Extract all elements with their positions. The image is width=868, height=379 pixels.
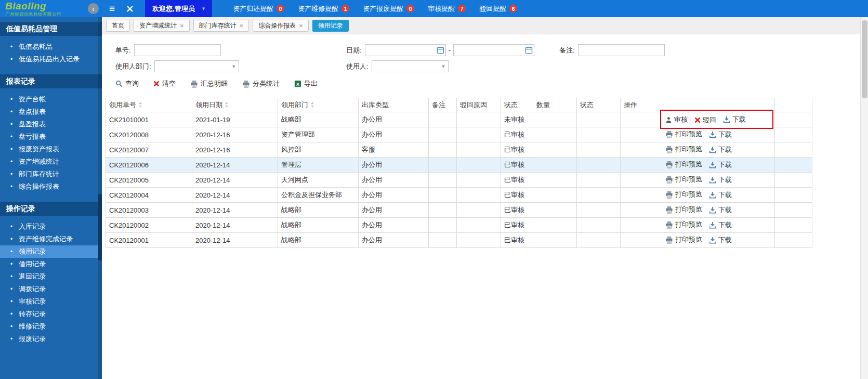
- printer-icon: [242, 80, 250, 88]
- sidebar-item[interactable]: 资产台帐: [0, 93, 102, 106]
- toolbar-button[interactable]: 查询: [115, 79, 139, 88]
- sidebar-item[interactable]: 维修记录: [0, 320, 102, 333]
- tab-item[interactable]: 首页: [106, 20, 130, 32]
- print-button[interactable]: 打印预览: [665, 129, 702, 139]
- user-select[interactable]: ▾: [372, 60, 449, 72]
- welcome-user-dropdown[interactable]: 欢迎您,管理员 ▾: [145, 0, 212, 17]
- sidebar-item[interactable]: 盘盈报表: [0, 118, 102, 130]
- toolbar-button[interactable]: 汇总明细: [190, 79, 228, 88]
- print-button[interactable]: 打印预览: [665, 175, 702, 184]
- sidebar-scrollbar-thumb[interactable]: [98, 194, 102, 260]
- tab-close-icon[interactable]: ×: [180, 22, 184, 30]
- tab-item[interactable]: 领用记录: [312, 20, 349, 32]
- sidebar-item[interactable]: 报废记录: [0, 333, 102, 345]
- download-button[interactable]: 下载: [709, 130, 732, 139]
- order-no-input[interactable]: [134, 44, 221, 56]
- sidebar-item[interactable]: 入库记录: [0, 220, 102, 233]
- sidebar-item[interactable]: 报废资产报表: [0, 143, 102, 155]
- print-button[interactable]: 打印预览: [665, 205, 702, 214]
- sort-icon[interactable]: [310, 101, 314, 109]
- remark-input[interactable]: [578, 44, 665, 56]
- date-from-input[interactable]: [365, 44, 446, 56]
- user-dept-select[interactable]: ▾: [154, 60, 239, 72]
- sidebar-item[interactable]: 资产增减统计: [0, 155, 102, 168]
- date-to-input[interactable]: [453, 44, 534, 56]
- cell-out-type: 办公用: [359, 203, 429, 218]
- download-icon: [709, 176, 716, 184]
- sidebar-item[interactable]: 盘点报表: [0, 106, 102, 118]
- cell-reject-reason: [457, 142, 501, 158]
- sidebar-item[interactable]: 低值易耗品出入记录: [0, 53, 102, 66]
- logo-subtitle: 广州标领信息科技有限公司: [5, 12, 86, 17]
- table-row[interactable]: CK201200062020-12-14管理层办公用已审核打印预览下载: [106, 158, 812, 173]
- column-header[interactable]: 领用部门: [278, 98, 359, 112]
- sort-icon[interactable]: [225, 101, 229, 109]
- audit-button[interactable]: 审核: [665, 115, 688, 124]
- close-icon[interactable]: [126, 5, 134, 12]
- download-button[interactable]: 下载: [709, 145, 732, 154]
- print-button[interactable]: 打印预览: [665, 145, 702, 154]
- topbar-menu-item[interactable]: 审核提醒7: [428, 4, 466, 14]
- calendar-icon[interactable]: [437, 46, 444, 54]
- table-row[interactable]: CK201200042020-12-14公积金及担保业务部办公用已审核打印预览下…: [106, 188, 812, 203]
- download-button[interactable]: 下载: [709, 236, 732, 245]
- sidebar-item[interactable]: 资产维修完成记录: [0, 233, 102, 245]
- sidebar-scrollbar[interactable]: [98, 17, 102, 379]
- topbar-menu-item[interactable]: 资产报废提醒0: [363, 4, 414, 14]
- sidebar-item[interactable]: 借用记录: [0, 258, 102, 270]
- table-row[interactable]: CK201200032020-12-14战略部办公用已审核打印预览下载: [106, 203, 812, 218]
- column-header-label: 操作: [624, 101, 637, 109]
- cell-order-no: CK20120002: [106, 218, 192, 233]
- sidebar-item[interactable]: 调拨记录: [0, 283, 102, 295]
- download-button[interactable]: 下载: [709, 160, 732, 169]
- collapse-sidebar-button[interactable]: ‹: [88, 3, 99, 14]
- table-row[interactable]: CK201200022020-12-14战略部办公用已审核打印预览下载: [106, 218, 812, 233]
- tab-item[interactable]: 资产增减统计×: [134, 20, 190, 32]
- sidebar-item[interactable]: 综合操作报表: [0, 180, 102, 193]
- print-button[interactable]: 打印预览: [665, 190, 702, 199]
- table-row[interactable]: CK201200082020-12-16资产管理部办公用已审核打印预览下载: [106, 127, 812, 142]
- topbar-menu-item[interactable]: 资产归还提醒0: [233, 4, 284, 14]
- toolbar-button[interactable]: 分类统计: [242, 79, 280, 88]
- sidebar-item[interactable]: 审核记录: [0, 295, 102, 308]
- download-button[interactable]: 下载: [723, 115, 746, 124]
- sidebar-item[interactable]: 领用记录: [0, 245, 102, 258]
- download-button[interactable]: 下载: [709, 175, 732, 185]
- sidebar-item[interactable]: 部门库存统计: [0, 168, 102, 180]
- table-row[interactable]: CK201200012020-12-14战略部办公用已审核打印预览下载: [106, 233, 812, 248]
- reject-button[interactable]: 驳回: [694, 115, 716, 125]
- sidebar-item[interactable]: 盘亏报表: [0, 130, 102, 143]
- table-row[interactable]: CK201200052020-12-14天河网点办公用已审核打印预览下载: [106, 173, 812, 188]
- topbar-menu-item[interactable]: 驳回提醒6: [479, 4, 517, 14]
- cell-remark: [429, 173, 457, 188]
- download-button[interactable]: 下载: [709, 205, 732, 215]
- sidebar-item[interactable]: 低值易耗品: [0, 41, 102, 53]
- table-row[interactable]: CK201200072020-12-16风控部客服已审核打印预览下载: [106, 142, 812, 158]
- download-button[interactable]: 下载: [709, 190, 732, 200]
- topbar-menu-item[interactable]: 资产维修提醒1: [298, 4, 349, 14]
- table-row[interactable]: CK210100012021-01-19战略部办公用未审核审核驳回下载: [106, 112, 812, 127]
- cell-reject-reason: [457, 233, 501, 248]
- topbar-menu-label: 资产报废提醒: [363, 4, 403, 14]
- tab-item[interactable]: 部门库存统计×: [193, 20, 249, 32]
- page-scrollbar-thumb[interactable]: [862, 20, 867, 98]
- tab-item[interactable]: 综合操作报表×: [253, 20, 309, 32]
- print-button[interactable]: 打印预览: [665, 220, 702, 229]
- sort-icon[interactable]: [138, 101, 142, 109]
- tab-close-icon[interactable]: ×: [299, 22, 303, 30]
- sidebar-item[interactable]: 转存记录: [0, 308, 102, 320]
- calendar-icon[interactable]: [525, 46, 533, 54]
- print-button[interactable]: 打印预览: [665, 160, 702, 169]
- toolbar-button-label: 分类统计: [253, 79, 280, 88]
- column-header[interactable]: 领用日期: [192, 98, 278, 112]
- tab-close-icon[interactable]: ×: [240, 22, 244, 30]
- column-header[interactable]: 领用单号: [106, 98, 192, 112]
- toolbar-button[interactable]: 清空: [153, 79, 176, 88]
- hamburger-menu-icon[interactable]: ≡: [109, 3, 115, 15]
- print-button[interactable]: 打印预览: [665, 235, 702, 244]
- download-button[interactable]: 下载: [709, 220, 732, 230]
- page-scrollbar[interactable]: [860, 17, 868, 379]
- download-icon: [709, 237, 716, 244]
- toolbar-button[interactable]: X导出: [294, 79, 318, 88]
- sidebar-item[interactable]: 退回记录: [0, 270, 102, 283]
